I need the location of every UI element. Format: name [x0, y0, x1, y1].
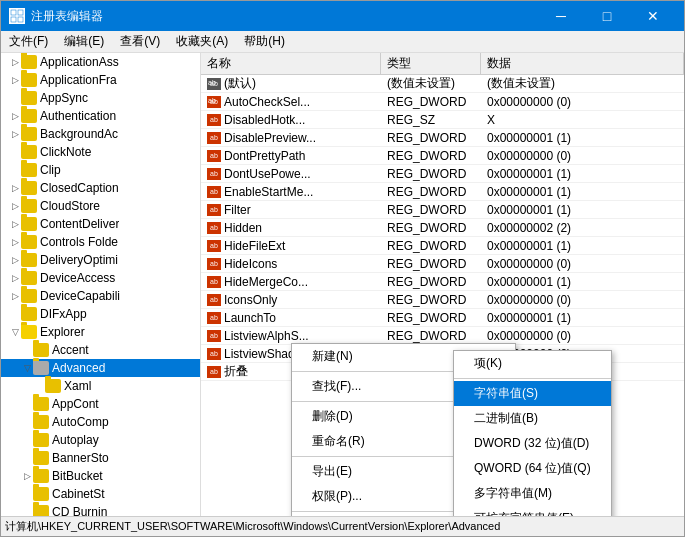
expand-icon: ▷ [9, 254, 21, 266]
cell-type: REG_DWORD [381, 311, 481, 325]
tree-item-deviceaccess[interactable]: ▷ DeviceAccess [1, 269, 200, 287]
tree-item-xaml[interactable]: Xaml [1, 377, 200, 395]
table-row[interactable]: ab DontUsePowe... REG_DWORD 0x00000001 (… [201, 165, 684, 183]
tree-label: DeviceCapabili [40, 289, 120, 303]
table-row[interactable]: ab DisablePreview... REG_DWORD 0x0000000… [201, 129, 684, 147]
tree-item-bitbucket[interactable]: ▷ BitBucket [1, 467, 200, 485]
menu-view[interactable]: 查看(V) [112, 31, 168, 52]
tree-item-applicationfra[interactable]: ▷ ApplicationFra [1, 71, 200, 89]
submenu-item-binary[interactable]: 二进制值(B) [454, 406, 611, 431]
table-row[interactable]: ab DontPrettyPath REG_DWORD 0x00000000 (… [201, 147, 684, 165]
tree-label: ClickNote [40, 145, 91, 159]
tree-label: ClosedCaption [40, 181, 119, 195]
folder-icon [33, 433, 49, 447]
tree-label: Controls Folde [40, 235, 118, 249]
table-row[interactable]: ab (默认) (数值未设置) (数值未设置) [201, 75, 684, 93]
submenu-item-multistring[interactable]: 多字符串值(M) [454, 481, 611, 506]
minimize-button[interactable]: ─ [538, 1, 584, 31]
tree-label: Advanced [52, 361, 105, 375]
reg-icon: ab [207, 186, 221, 198]
menu-help[interactable]: 帮助(H) [236, 31, 293, 52]
cell-data: 0x00000002 (2) [481, 221, 684, 235]
expand-icon: ▷ [9, 110, 21, 122]
cell-name: ab DontUsePowe... [201, 167, 381, 181]
menu-file[interactable]: 文件(F) [1, 31, 56, 52]
tree-item-appcont[interactable]: AppCont [1, 395, 200, 413]
cell-name: ab HideIcons [201, 257, 381, 271]
tree-item-difxapp[interactable]: DIFxApp [1, 305, 200, 323]
tree-item-accent[interactable]: Accent [1, 341, 200, 359]
tree-item-deliveryoptimi[interactable]: ▷ DeliveryOptimi [1, 251, 200, 269]
expand-icon: ▷ [9, 272, 21, 284]
tree-item-autocomp[interactable]: AutoComp [1, 413, 200, 431]
tree-item-explorer[interactable]: ▽ Explorer [1, 323, 200, 341]
table-row[interactable]: ab DisabledHotk... REG_SZ X [201, 111, 684, 129]
reg-icon: ab [207, 150, 221, 162]
tree-item-clip[interactable]: Clip [1, 161, 200, 179]
submenu-item-key[interactable]: 项(K) [454, 351, 611, 376]
table-row[interactable]: ab HideMergeCo... REG_DWORD 0x00000001 (… [201, 273, 684, 291]
tree-label: Explorer [40, 325, 85, 339]
tree-item-devicecapabili[interactable]: ▷ DeviceCapabili [1, 287, 200, 305]
tree-label: CabinetSt [52, 487, 105, 501]
reg-icon: ab [207, 240, 221, 252]
maximize-button[interactable]: □ [584, 1, 630, 31]
expand-icon [9, 92, 21, 104]
tree-item-backgroundac[interactable]: ▷ BackgroundAc [1, 125, 200, 143]
tree-label: Xaml [64, 379, 91, 393]
reg-icon: ab [207, 204, 221, 216]
expand-icon [9, 308, 21, 320]
folder-icon [21, 199, 37, 213]
cell-data: 0x00000000 (0) [481, 95, 684, 109]
close-button[interactable]: ✕ [630, 1, 676, 31]
cell-data: (数值未设置) [481, 75, 684, 92]
header-data: 数据 [481, 53, 684, 74]
svg-rect-0 [11, 10, 16, 15]
table-row[interactable]: ab Filter REG_DWORD 0x00000001 (1) [201, 201, 684, 219]
tree-item-autoplay[interactable]: Autoplay [1, 431, 200, 449]
tree-item-clicknote[interactable]: ClickNote [1, 143, 200, 161]
folder-icon [21, 181, 37, 195]
cell-type: REG_DWORD [381, 131, 481, 145]
reg-icon: ab [207, 114, 221, 126]
tree-item-applicationass[interactable]: ▷ ApplicationAss [1, 53, 200, 71]
cell-data: 0x00000001 (1) [481, 131, 684, 145]
submenu-item-qword[interactable]: QWORD (64 位)值(Q) [454, 456, 611, 481]
cell-name: ab DontPrettyPath [201, 149, 381, 163]
tree-item-controlsfolde[interactable]: ▷ Controls Folde [1, 233, 200, 251]
tree-label: Accent [52, 343, 89, 357]
tree-item-cd-burnin[interactable]: CD Burnin [1, 503, 200, 516]
tree-item-contentdeliver[interactable]: ▷ ContentDeliver [1, 215, 200, 233]
table-row[interactable]: ab LaunchTo REG_DWORD 0x00000001 (1) [201, 309, 684, 327]
table-row[interactable]: ab EnableStartMe... REG_DWORD 0x00000001… [201, 183, 684, 201]
cell-data: 0x00000001 (1) [481, 311, 684, 325]
cell-type: REG_DWORD [381, 185, 481, 199]
tree-label: DeliveryOptimi [40, 253, 118, 267]
tree-item-closedcaption[interactable]: ▷ ClosedCaption [1, 179, 200, 197]
tree-item-bannersto[interactable]: BannerSto [1, 449, 200, 467]
reg-icon: ab [207, 330, 221, 342]
reg-icon: ab [207, 258, 221, 270]
separator [454, 378, 611, 379]
tree-item-authentication[interactable]: ▷ Authentication [1, 107, 200, 125]
cell-name: ab AutoCheckSel... [201, 95, 381, 109]
submenu-item-dword[interactable]: DWORD (32 位)值(D) [454, 431, 611, 456]
menu-favorites[interactable]: 收藏夹(A) [168, 31, 236, 52]
tree-item-cabinetst[interactable]: CabinetSt [1, 485, 200, 503]
cell-type: REG_SZ [381, 113, 481, 127]
status-bar: 计算机\HKEY_CURRENT_USER\SOFTWARE\Microsoft… [1, 516, 684, 536]
tree-item-cloudstore[interactable]: ▷ CloudStore [1, 197, 200, 215]
table-row[interactable]: ab Hidden REG_DWORD 0x00000002 (2) [201, 219, 684, 237]
cell-name: ab HideFileExt [201, 239, 381, 253]
expand-icon [21, 344, 33, 356]
submenu-item-string[interactable]: 字符串值(S) [454, 381, 611, 406]
menu-edit[interactable]: 编辑(E) [56, 31, 112, 52]
tree-label: DeviceAccess [40, 271, 115, 285]
submenu-item-expandstring[interactable]: 可扩充字符串值(E) [454, 506, 611, 516]
tree-item-appsync[interactable]: AppSync [1, 89, 200, 107]
table-row[interactable]: ab IconsOnly REG_DWORD 0x00000000 (0) [201, 291, 684, 309]
table-row[interactable]: ab HideIcons REG_DWORD 0x00000000 (0) [201, 255, 684, 273]
table-row[interactable]: ab HideFileExt REG_DWORD 0x00000001 (1) [201, 237, 684, 255]
table-row[interactable]: ab AutoCheckSel... REG_DWORD 0x00000000 … [201, 93, 684, 111]
tree-item-advanced[interactable]: ▽ Advanced [1, 359, 200, 377]
